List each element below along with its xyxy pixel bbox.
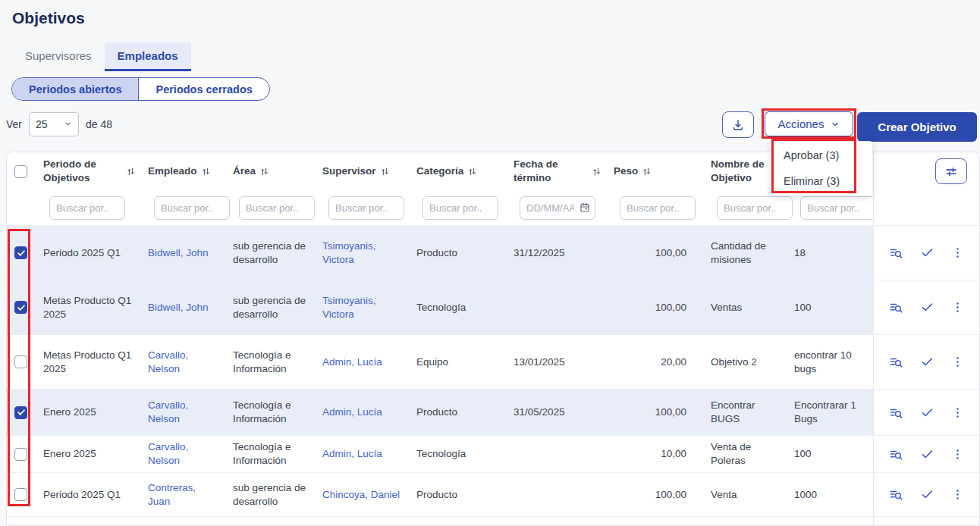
view-details-button[interactable] [889, 487, 903, 502]
approve-button[interactable] [920, 447, 934, 462]
employee-link-text[interactable]: Bidwell, John [148, 301, 209, 315]
sort-icon[interactable] [642, 167, 652, 177]
kebab-menu-icon [951, 301, 964, 314]
tab-supervisores[interactable]: Supervisores [12, 42, 105, 71]
view-details-button[interactable] [889, 447, 903, 462]
view-details-button[interactable] [889, 355, 903, 369]
column-header-Área[interactable]: Área [227, 152, 316, 190]
employee-link: Bidwell, John [142, 226, 227, 280]
filter-cell [142, 190, 227, 225]
search-filter-input[interactable] [49, 196, 125, 220]
column-header-Categoría[interactable]: Categoría [410, 152, 507, 190]
column-header-Supervisor[interactable]: Supervisor [316, 152, 410, 190]
row-menu-button[interactable] [951, 355, 964, 368]
crear-objetivo-button[interactable]: Crear Objetivo [857, 112, 977, 142]
sort-icon[interactable] [467, 167, 477, 177]
select-all-checkbox[interactable] [14, 165, 27, 178]
cell-periodo-text: Enero 2025 [43, 447, 96, 461]
column-settings-button[interactable] [935, 158, 967, 184]
supervisor-link-text[interactable]: Admin, Lucía [322, 447, 382, 461]
sort-icon[interactable] [380, 167, 390, 177]
table-cell-empty [788, 517, 873, 526]
search-filter-input[interactable] [328, 196, 404, 220]
approve-button[interactable] [920, 246, 934, 260]
table-row: Metas Producto Q1 2025Bidwell, Johnsub g… [7, 280, 979, 334]
view-details-button[interactable] [889, 246, 903, 260]
employee-link-text[interactable]: Carvallo, Nelson [148, 349, 221, 376]
employee-link-text[interactable]: Carvallo, Nelson [148, 440, 221, 468]
approve-button[interactable] [920, 355, 934, 369]
cell-meta-text: encontrar 10 bugs [794, 349, 867, 376]
employee-link-text[interactable]: Bidwell, John [148, 246, 209, 260]
download-button[interactable] [722, 111, 754, 138]
cell-categoria: Producto [410, 473, 507, 516]
menu-item-eliminar[interactable]: Eliminar (3) [771, 168, 872, 194]
menu-item-aprobar[interactable]: Aprobar (3) [771, 142, 872, 168]
row-menu-button[interactable] [951, 301, 964, 314]
search-filter-input[interactable] [620, 196, 696, 220]
sort-icon[interactable] [259, 167, 269, 177]
search-filter-input[interactable] [154, 196, 230, 220]
pill-periodos-cerrados[interactable]: Periodos cerrados [138, 78, 269, 100]
cell-nombre: Venta de Poleras [705, 436, 788, 472]
cell-peso: 100,00 [608, 473, 705, 516]
row-menu-button[interactable] [951, 406, 964, 419]
sort-icon[interactable] [126, 167, 136, 177]
sort-icon[interactable] [592, 167, 602, 177]
row-checkbox[interactable] [14, 246, 27, 259]
supervisor-link-text[interactable]: Chincoya, Daniel [322, 488, 400, 502]
calendar-icon[interactable] [579, 202, 591, 214]
pill-periodos-abiertos[interactable]: Periodos abiertos [12, 78, 138, 100]
supervisor-link-text[interactable]: Admin, Lucía [322, 405, 382, 419]
row-actions-cell [873, 335, 979, 389]
row-actions-cell [873, 436, 979, 472]
view-details-button[interactable] [889, 300, 903, 315]
view-details-icon [889, 487, 903, 502]
employee-link-text[interactable]: Carvallo, Nelson [148, 399, 221, 426]
cell-nombre-text: Ventas [711, 301, 742, 315]
cell-fecha: 31/12/2025 [507, 226, 608, 280]
acciones-button[interactable]: Acciones [765, 111, 853, 136]
supervisor-link-text[interactable]: Tsimoyanis, Victora [322, 240, 404, 267]
search-filter-input[interactable] [800, 196, 876, 220]
cell-area: Tecnología e Información [227, 436, 316, 472]
tab-empleados[interactable]: Empleados [105, 42, 191, 71]
row-checkbox[interactable] [14, 448, 27, 461]
view-details-button[interactable] [889, 405, 903, 420]
search-filter-input[interactable] [717, 196, 793, 220]
cell-periodo: Enero 2025 [37, 390, 142, 435]
row-menu-button[interactable] [951, 448, 964, 461]
cell-peso: 10,00 [608, 436, 705, 472]
cell-fecha-text: 31/12/2025 [514, 246, 565, 260]
cell-peso: 100,00 [608, 226, 705, 280]
supervisor-link-text[interactable]: Admin, Lucía [322, 355, 382, 369]
column-header-Empleado[interactable]: Empleado [142, 152, 227, 190]
row-checkbox[interactable] [14, 301, 27, 314]
column-header-Peso[interactable]: Peso [608, 152, 705, 190]
cell-categoria-text: Tecnología [416, 447, 466, 461]
search-filter-input[interactable] [422, 196, 498, 220]
column-header-Fecha de término[interactable]: Fecha de término [507, 152, 608, 190]
approve-button[interactable] [920, 405, 934, 420]
approve-button[interactable] [920, 300, 934, 315]
supervisor-link-text[interactable]: Tsimoyanis, Victora [322, 294, 404, 321]
approve-button[interactable] [920, 487, 934, 502]
row-menu-button[interactable] [951, 488, 964, 501]
table-cell-empty [227, 517, 316, 526]
column-header-Periodo de Objetivos[interactable]: Periodo de Objetivos [37, 152, 142, 190]
kebab-menu-icon [951, 488, 964, 501]
search-filter-input[interactable] [239, 196, 315, 220]
row-checkbox[interactable] [14, 406, 27, 419]
row-checkbox[interactable] [14, 488, 27, 501]
download-icon [731, 118, 745, 132]
row-checkbox-cell [7, 473, 37, 516]
cell-peso: 20,00 [608, 335, 705, 389]
employee-link-text[interactable]: Contreras, Juan [148, 481, 221, 509]
page-title: Objetivos [12, 9, 85, 27]
supervisor-link: Admin, Lucía [316, 390, 410, 435]
row-checkbox-cell [7, 335, 37, 389]
sort-icon[interactable] [201, 167, 211, 177]
row-menu-button[interactable] [951, 246, 964, 259]
page-size-select[interactable]: 25 [29, 112, 79, 136]
row-checkbox[interactable] [14, 355, 27, 368]
